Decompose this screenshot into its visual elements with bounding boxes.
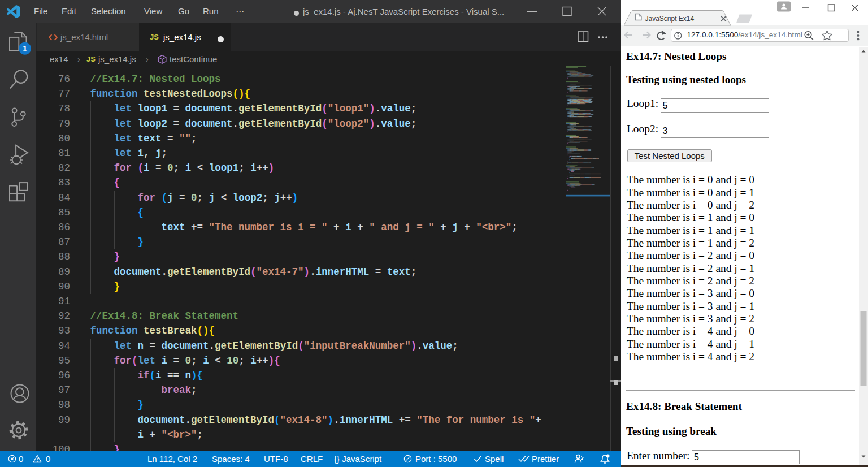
svg-text:1: 1	[23, 44, 27, 53]
